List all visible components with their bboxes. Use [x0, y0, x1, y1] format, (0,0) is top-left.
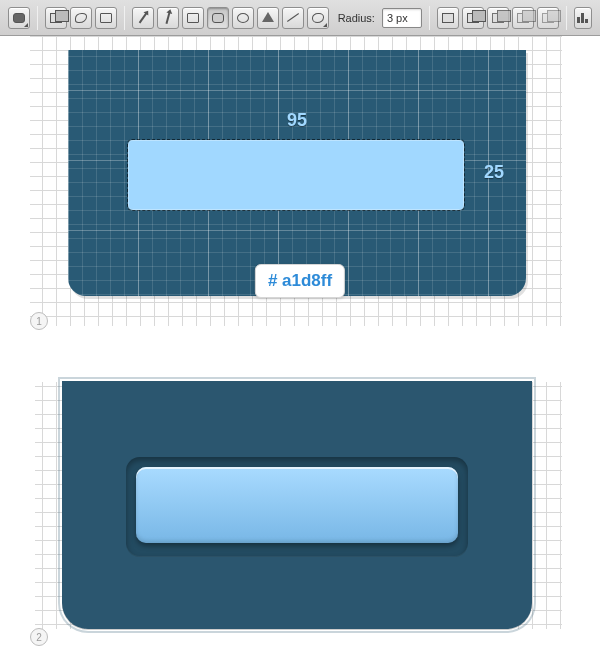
color-hex-chip: # a1d8ff	[255, 264, 345, 298]
path-add-icon	[467, 13, 479, 23]
path-op-subtract-button[interactable]	[487, 7, 509, 29]
rendered-button-shape	[136, 467, 458, 543]
pen-tool-button[interactable]	[132, 7, 154, 29]
separator	[37, 6, 38, 30]
path-op-intersect-button[interactable]	[512, 7, 534, 29]
align-button[interactable]	[574, 7, 592, 29]
step-badge-1: 1	[30, 312, 48, 330]
radius-input[interactable]	[382, 8, 422, 28]
paths-icon	[75, 13, 87, 23]
path-op-add-button[interactable]	[462, 7, 484, 29]
white-mask	[0, 622, 26, 648]
options-bar: Radius:	[0, 0, 600, 36]
rectangle-icon	[187, 13, 199, 23]
path-op-exclude-button[interactable]	[537, 7, 559, 29]
swatch-icon	[13, 13, 25, 23]
step-badge-2: 2	[30, 628, 48, 646]
ellipse-icon	[237, 13, 249, 23]
custom-shape-tool-button[interactable]	[307, 7, 329, 29]
path-new-icon	[442, 13, 454, 23]
fill-pixels-icon	[100, 13, 112, 23]
rounded-rect-shape[interactable]	[128, 140, 464, 210]
white-mask	[0, 629, 600, 648]
freeform-pen-icon	[165, 11, 170, 23]
dimension-height-label: 25	[484, 162, 504, 183]
rectangle-tool-button[interactable]	[182, 7, 204, 29]
separator	[124, 6, 125, 30]
dropdown-caret-icon	[323, 23, 327, 27]
fill-pixels-mode-button[interactable]	[95, 7, 117, 29]
path-exclude-icon	[542, 13, 554, 23]
line-tool-button[interactable]	[282, 7, 304, 29]
polygon-icon	[262, 12, 274, 22]
white-mask	[0, 332, 600, 380]
path-op-new-button[interactable]	[437, 7, 459, 29]
line-icon	[287, 13, 299, 22]
white-mask	[0, 296, 26, 336]
paths-mode-button[interactable]	[70, 7, 92, 29]
dimension-width-label: 95	[287, 110, 307, 131]
shape-layers-mode-button[interactable]	[45, 7, 67, 29]
custom-shape-icon	[312, 13, 324, 23]
align-icon	[577, 13, 589, 23]
path-subtract-icon	[492, 13, 504, 23]
document-canvas[interactable]: 95 25 # a1d8ff 1 2	[0, 36, 600, 648]
foreground-swatch-button[interactable]	[8, 7, 30, 29]
radius-label: Radius:	[338, 12, 375, 24]
rendered-panel	[62, 381, 532, 629]
rounded-rectangle-icon	[212, 13, 224, 23]
button-well	[126, 457, 468, 557]
blueprint-panel: 95 25	[68, 50, 526, 296]
white-mask	[0, 36, 30, 331]
rounded-rectangle-tool-button[interactable]	[207, 7, 229, 29]
polygon-tool-button[interactable]	[257, 7, 279, 29]
path-intersect-icon	[517, 13, 529, 23]
ellipse-tool-button[interactable]	[232, 7, 254, 29]
shape-layers-icon	[50, 13, 62, 23]
dropdown-caret-icon	[24, 23, 28, 27]
white-mask	[0, 366, 35, 648]
separator	[566, 6, 567, 30]
separator	[429, 6, 430, 30]
freeform-pen-tool-button[interactable]	[157, 7, 179, 29]
pen-icon	[139, 12, 148, 23]
